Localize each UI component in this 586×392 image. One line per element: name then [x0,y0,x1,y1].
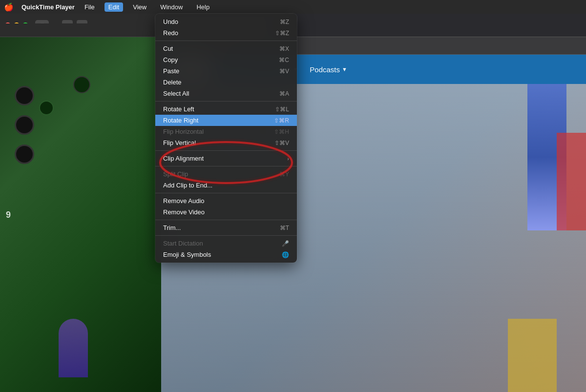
separator-2 [155,101,297,102]
trim-shortcut: ⌘T [280,225,289,231]
separator-6 [155,220,297,220]
separator-5 [155,193,297,193]
rotate-left-shortcut: ⇧⌘L [275,106,289,113]
menu-item-flip-vertical[interactable]: Flip Vertical ⇧⌘V [155,137,297,148]
menu-item-cut[interactable]: Cut ⌘X [155,43,297,54]
start-dictation-label: Start Dictation [163,240,282,247]
remove-audio-label: Remove Audio [163,197,289,205]
paste-shortcut: ⌘V [279,68,289,75]
rotate-right-label: Rotate Right [163,117,274,124]
menu-item-trim[interactable]: Trim... ⌘T [155,222,297,233]
menu-item-paste[interactable]: Paste ⌘V [155,65,297,77]
flip-vertical-shortcut: ⇧⌘V [274,140,289,146]
flip-vertical-label: Flip Vertical [163,139,274,146]
start-dictation-icon: 🎤 [282,240,289,247]
split-clip-shortcut: ⌘Y [279,171,289,178]
emoji-symbols-label: Emoji & Symbols [163,251,282,258]
select-all-label: Select All [163,90,279,97]
window-menu[interactable]: Window [156,2,187,12]
quicktime-video: 9 [0,37,161,392]
cut-label: Cut [163,45,279,52]
menu-item-remove-audio[interactable]: Remove Audio [155,195,297,206]
podcasts-dropdown-icon: ▼ [342,66,347,72]
copy-label: Copy [163,56,279,63]
menu-item-select-all[interactable]: Select All ⌘A [155,88,297,99]
separator-1 [155,41,297,41]
edit-dropdown-menu: Undo ⌘Z Redo ⇧⌘Z Cut ⌘X Copy ⌘C Paste ⌘V… [155,14,297,263]
edit-menu[interactable]: Edit [105,2,123,12]
redo-shortcut: ⇧⌘Z [275,30,289,37]
clip-alignment-arrow: › [287,156,289,162]
flip-horizontal-shortcut: ⇧⌘H [274,128,289,135]
clip-alignment-label: Clip Alignment [163,155,287,162]
separator-3 [155,150,297,151]
copy-shortcut: ⌘C [279,57,289,63]
delete-label: Delete [163,79,289,86]
paste-label: Paste [163,67,279,75]
app-name[interactable]: QuickTime Player [21,3,75,11]
select-all-shortcut: ⌘A [279,90,289,97]
trim-label: Trim... [163,224,280,231]
view-menu[interactable]: View [129,2,150,12]
add-clip-to-end-label: Add Clip to End... [163,182,289,189]
bg-red-element [557,133,586,230]
quicktime-toolbar-secondary [0,23,161,37]
rotate-left-label: Rotate Left [163,105,275,113]
menu-item-add-clip-to-end[interactable]: Add Clip to End... [155,180,297,191]
remove-video-label: Remove Video [163,208,289,216]
help-menu[interactable]: Help [192,2,213,12]
menu-item-rotate-right[interactable]: Rotate Right ⇧⌘R [155,115,297,126]
file-menu[interactable]: File [81,2,99,12]
apple-menu[interactable]: 🍎 [4,2,14,12]
rotate-right-shortcut: ⇧⌘R [274,117,289,124]
menu-item-remove-video[interactable]: Remove Video [155,206,297,218]
menu-item-start-dictation[interactable]: Start Dictation 🎤 [155,238,297,249]
nav-podcasts[interactable]: Podcasts ▼ [310,65,347,74]
menu-item-undo[interactable]: Undo ⌘Z [155,16,297,27]
menu-item-copy[interactable]: Copy ⌘C [155,54,297,65]
menubar: 🍎 QuickTime Player File Edit View Window… [0,0,586,14]
menu-item-emoji-symbols[interactable]: Emoji & Symbols 🌐 [155,249,297,260]
redo-label: Redo [163,29,275,37]
flip-horizontal-label: Flip Horizontal [163,128,274,135]
menu-item-clip-alignment[interactable]: Clip Alignment › [155,153,297,164]
cut-shortcut: ⌘X [279,45,289,52]
menu-item-redo[interactable]: Redo ⇧⌘Z [155,27,297,39]
undo-shortcut: ⌘Z [280,19,289,25]
emoji-symbols-icon: 🌐 [282,251,289,258]
undo-label: Undo [163,18,280,25]
split-clip-label: Split Clip [163,170,279,178]
menu-item-delete[interactable]: Delete [155,77,297,88]
video-number: 9 [6,209,11,220]
bg-yellow-element [508,319,557,392]
separator-7 [155,235,297,236]
menu-item-split-clip[interactable]: Split Clip ⌘Y [155,168,297,180]
menu-item-flip-horizontal[interactable]: Flip Horizontal ⇧⌘H [155,126,297,137]
menu-item-rotate-left[interactable]: Rotate Left ⇧⌘L [155,103,297,115]
separator-4 [155,166,297,166]
